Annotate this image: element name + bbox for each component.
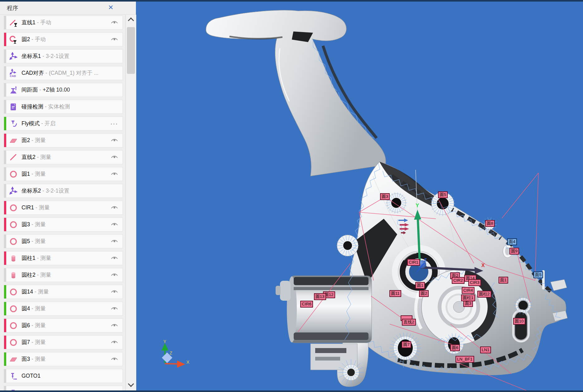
step-status-bar: [4, 50, 6, 63]
visibility-eye-icon[interactable]: [111, 20, 118, 26]
program-step-row[interactable]: 圆5 - 测量: [4, 234, 123, 248]
step-status-bar: [4, 151, 6, 164]
scroll-thumb[interactable]: [127, 27, 135, 74]
visibility-eye-icon[interactable]: [111, 306, 118, 312]
feature-tag[interactable]: 圆6: [450, 344, 460, 351]
step-status-bar: [4, 66, 6, 80]
program-step-row[interactable]: 1-40_A00PNF3D5 - (90.0 ... 5: [4, 386, 123, 391]
program-step-row[interactable]: GOTO1: [4, 369, 123, 383]
view-axis-y-label: Y: [163, 339, 166, 344]
step-label: 碰撞检测 - 实体检测: [22, 100, 70, 113]
program-step-row[interactable]: 圆2 - 手动: [4, 32, 123, 46]
step-status-bar: [4, 386, 6, 391]
model-axis-z-label: Z: [424, 257, 427, 262]
visibility-eye-icon[interactable]: [111, 155, 118, 160]
program-step-row[interactable]: 面3 - 测量: [4, 352, 123, 366]
program-step-row[interactable]: 间距面 - +Z轴 10.00: [4, 83, 123, 97]
program-step-row[interactable]: Fly模式 - 开启···: [4, 117, 123, 131]
model-cylinder-block: [276, 276, 372, 370]
feature-tag[interactable]: CIR6: [300, 301, 313, 308]
feature-tag[interactable]: CIR3: [468, 279, 481, 286]
program-step-row[interactable]: 圆7 - 测量: [4, 335, 123, 349]
visibility-eye-icon[interactable]: [111, 171, 118, 177]
program-step-row[interactable]: 圆6 - 测量: [4, 318, 123, 332]
step-status-bar: [4, 184, 6, 198]
feature-tag[interactable]: 面1: [499, 277, 508, 284]
feature-tag[interactable]: 圆2: [419, 290, 429, 297]
model-axis-y-label: Y: [416, 203, 419, 208]
scroll-down-icon[interactable]: [128, 381, 134, 387]
step-label: 圆2 - 手动: [22, 33, 46, 46]
visibility-eye-icon[interactable]: [111, 340, 118, 345]
program-step-row[interactable]: 圆4 - 测量: [4, 302, 123, 316]
program-step-row[interactable]: CADCAD对齐 - (CADM_1) 对齐于 ...: [4, 66, 123, 80]
feature-tag[interactable]: 直线2: [402, 319, 416, 326]
view-axis-z-label: Z: [170, 351, 172, 356]
step-status-bar: [4, 100, 6, 113]
visibility-eye-icon[interactable]: [111, 138, 118, 143]
step-label: 圆5 - 测量: [22, 235, 46, 248]
step-label: 圆柱1 - 测量: [22, 251, 51, 265]
program-step-row[interactable]: 圆14 - 测量: [4, 285, 123, 299]
more-options-icon[interactable]: ···: [110, 117, 118, 130]
step-label: 1-40_A00PNF3D5 - (90.0 ... 5: [22, 386, 94, 391]
feature-tag[interactable]: 圆7: [402, 341, 411, 348]
visibility-eye-icon[interactable]: [111, 222, 118, 227]
visibility-eye-icon[interactable]: [111, 289, 118, 295]
program-step-row[interactable]: 圆1 - 测量: [4, 167, 123, 181]
feature-tag[interactable]: CIR4: [462, 287, 475, 294]
cad-icon: CAD: [9, 69, 18, 78]
program-step-row[interactable]: 坐标系2 - 3-2-1设置: [4, 184, 123, 198]
feature-tag[interactable]: 圆10: [513, 318, 525, 325]
feature-tag[interactable]: 面4: [507, 238, 517, 245]
circle-icon: [9, 237, 18, 246]
program-step-row[interactable]: 直线1 - 手动: [4, 16, 123, 30]
program-step-row[interactable]: 圆3 - 测量: [4, 218, 123, 232]
visibility-eye-icon[interactable]: [111, 37, 118, 42]
visibility-eye-icon[interactable]: [111, 272, 118, 278]
scrollbar[interactable]: [125, 15, 136, 390]
3d-viewport[interactable]: Y X Z Y X Z 面2圆14CIR2CIR3面1面4圆9面5圆3圆5圆8C…: [136, 2, 583, 390]
feature-tag[interactable]: 圆11: [389, 290, 401, 297]
scroll-up-icon[interactable]: [128, 17, 134, 24]
circle-icon: [9, 203, 18, 212]
visibility-eye-icon[interactable]: [111, 323, 118, 328]
feature-tag[interactable]: 圆柱1: [461, 294, 475, 301]
visibility-eye-icon[interactable]: [111, 356, 118, 362]
feature-tag[interactable]: 圆5: [438, 191, 448, 198]
view-axis-x-label: X: [186, 360, 190, 365]
visibility-eye-icon[interactable]: [111, 239, 118, 244]
program-step-row[interactable]: 直线2 - 测量: [4, 150, 123, 164]
program-step-row[interactable]: 面2 - 测量: [4, 133, 123, 147]
step-label: 圆14 - 测量: [22, 285, 49, 299]
program-step-row[interactable]: 圆柱2 - 测量: [4, 268, 123, 282]
step-label: 直线1 - 手动: [22, 16, 51, 29]
csys-icon: [9, 187, 18, 195]
visibility-eye-icon[interactable]: [111, 256, 118, 261]
feature-tag[interactable]: 圆8: [485, 220, 495, 227]
feature-tag[interactable]: 圆13: [314, 293, 326, 300]
feature-tag[interactable]: 圆1: [415, 282, 425, 289]
feature-tag[interactable]: 圆3: [380, 193, 390, 200]
feature-tag[interactable]: 面5: [533, 271, 543, 278]
visibility-eye-icon[interactable]: [111, 205, 118, 211]
step-label: 圆4 - 测量: [22, 302, 46, 315]
close-icon[interactable]: ✕: [108, 3, 113, 12]
collision-icon: [9, 103, 18, 111]
line-probe-icon: [9, 18, 18, 27]
feature-tag[interactable]: LN_BF1: [455, 356, 474, 363]
step-label: 坐标系1 - 3-2-1设置: [22, 50, 70, 63]
plane-icon: [9, 136, 18, 145]
feature-tag[interactable]: 圆柱2: [477, 291, 491, 298]
program-step-row[interactable]: 圆柱1 - 测量: [4, 251, 123, 265]
step-label: GOTO1: [22, 369, 41, 383]
program-step-row[interactable]: CIR1 - 测量: [4, 201, 123, 215]
program-step-row[interactable]: 碰撞检测 - 实体检测: [4, 100, 123, 114]
step-status-bar: [4, 235, 6, 248]
feature-tag[interactable]: LN1: [480, 347, 491, 353]
step-label: 圆柱2 - 测量: [22, 268, 51, 282]
feature-tag[interactable]: 圆9: [509, 248, 519, 255]
feature-tag[interactable]: CIR1: [407, 259, 420, 266]
feature-tag[interactable]: CIR2: [452, 277, 465, 284]
program-step-row[interactable]: 坐标系1 - 3-2-1设置: [4, 49, 123, 63]
